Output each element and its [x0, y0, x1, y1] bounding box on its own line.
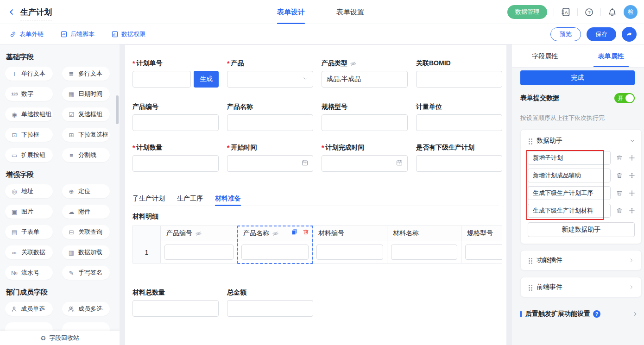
field-button-handwritten-signature[interactable]: ✎手写签名 [62, 266, 110, 280]
sub-spec-model-cell-input[interactable] [465, 245, 502, 260]
sidebar-scrollbar[interactable] [116, 95, 119, 124]
field-button-data-load[interactable]: ▥数据加载 [62, 245, 110, 259]
field-button-member-single[interactable]: 成员单选 [5, 302, 53, 316]
plan-finish-time-date-input[interactable]: 7 [322, 155, 408, 172]
delete-assistant-icon[interactable] [616, 172, 623, 179]
field-button-dropdown[interactable]: ⊡下拉框 [5, 128, 53, 142]
field-button-radio-group[interactable]: ◉单选按钮组 [5, 107, 53, 121]
field-button-address[interactable]: ◎地址 [5, 184, 53, 198]
generate-button[interactable]: 生成 [194, 71, 219, 88]
field-button-checkbox-group[interactable]: ☑复选框组 [62, 107, 110, 121]
data-assistant-item[interactable]: 新增计划成品辅助 [528, 169, 611, 182]
function-plugins-card[interactable]: 功能插件 [520, 250, 642, 270]
properties-tabs: 字段属性表单属性 [512, 44, 644, 68]
submit-data-toggle[interactable]: 开 [614, 93, 635, 103]
delete-assistant-icon[interactable] [616, 154, 623, 162]
detail-tab-production-process[interactable]: 生产工序 [177, 192, 203, 206]
move-assistant-icon[interactable] [628, 189, 636, 197]
data-manage-button[interactable]: 数据管理 [507, 5, 547, 19]
product-code-input[interactable] [133, 114, 219, 131]
backend-script-link[interactable]: 后端脚本 [60, 24, 95, 44]
field-button-datetime[interactable]: ▦日期时间 [62, 87, 110, 101]
subform-column-header-sub-product-code[interactable]: 产品编号 [161, 226, 238, 241]
dictionary-book-icon[interactable]: A [561, 7, 571, 17]
subform-column-header-sub-spec-model[interactable]: 规格型号 [461, 226, 502, 241]
spec-model-input[interactable] [322, 114, 408, 131]
sub-product-name-cell-input[interactable] [241, 245, 309, 260]
field-button-linked-data[interactable]: ∞关联数据 [5, 245, 53, 259]
detail-tab-sub-production-plan[interactable]: 子生产计划 [133, 192, 165, 206]
delete-assistant-icon[interactable] [616, 207, 623, 214]
has-sub-plan-input[interactable] [416, 155, 502, 172]
product-select[interactable] [227, 71, 313, 88]
data-permission-link[interactable]: 数据权限 [111, 24, 145, 44]
help-question-icon[interactable]: ? [593, 310, 600, 318]
field-button-multi-line-text[interactable]: ≣多行文本 [62, 67, 110, 81]
field-label: 计量单位 [416, 102, 502, 112]
props-tab-form-props[interactable]: 表单属性 [578, 44, 644, 67]
field-button-location[interactable]: ⊕定位 [62, 184, 110, 198]
chevron-down-icon[interactable] [629, 138, 636, 144]
chevron-right-icon[interactable] [628, 284, 635, 290]
post-trigger-settings-row[interactable]: 后置触发扩展功能设置 ? [520, 308, 638, 320]
help-icon[interactable]: ? [584, 7, 594, 17]
total-amount-input[interactable] [227, 300, 313, 317]
copy-icon[interactable] [290, 228, 298, 236]
user-avatar[interactable]: 检 [624, 5, 638, 19]
material-code-cell-input[interactable] [316, 245, 383, 260]
header-tab-form-settings[interactable]: 表单设置 [336, 0, 364, 24]
delete-assistant-icon[interactable] [616, 189, 623, 197]
field-button-attachment[interactable]: ☁附件 [62, 205, 110, 219]
bom-id-input[interactable] [416, 71, 502, 88]
drag-handle-icon[interactable] [528, 257, 532, 264]
detail-tab-material-preparation[interactable]: 材料准备 [215, 192, 241, 206]
subform-column-header-material-code[interactable]: 材料编号 [313, 226, 387, 241]
new-data-assistant-button[interactable]: 新建数据助手 [528, 222, 635, 237]
page-title[interactable]: 生产计划 [20, 7, 52, 20]
trash-icon[interactable] [302, 228, 309, 236]
done-button[interactable]: 完成 [520, 70, 635, 85]
drag-handle-icon[interactable] [528, 284, 532, 291]
field-button-multi-dropdown[interactable]: ⊞下拉复选框 [62, 128, 110, 142]
move-assistant-icon[interactable] [628, 154, 636, 162]
move-assistant-icon[interactable] [628, 207, 636, 214]
data-assistant-item[interactable]: 新增子计划 [528, 151, 611, 165]
data-assistant-item[interactable]: 生成下级生产计划工序 [528, 186, 611, 200]
plan-quantity-input[interactable] [133, 155, 219, 172]
props-tab-field-props[interactable]: 字段属性 [512, 44, 578, 67]
field-button-member-multi[interactable]: 成员多选 [62, 302, 110, 316]
field-button-extend-button[interactable]: ▭扩展按钮 [5, 148, 53, 162]
measure-unit-input[interactable] [416, 114, 502, 131]
notification-bell-icon[interactable] [607, 7, 617, 17]
product-type-input[interactable]: 成品,半成品 [322, 71, 408, 88]
field-button-linked-query[interactable]: ⊟关联查询 [62, 225, 110, 239]
sub-product-code-cell-input[interactable] [164, 245, 234, 260]
material-total-qty-input[interactable] [133, 300, 219, 317]
save-button[interactable]: 保存 [587, 27, 616, 41]
subform-column-header-material-name[interactable]: 材料名称 [387, 226, 461, 241]
product-name-input[interactable] [227, 114, 313, 131]
field-button-single-line-text[interactable]: T单行文本 [5, 67, 53, 81]
field-button-divider-line[interactable]: ≡分割线 [62, 148, 110, 162]
plan-number-input[interactable] [133, 71, 191, 88]
header-tab-form-design[interactable]: 表单设计 [277, 0, 305, 24]
field-button-number[interactable]: 123数字 [5, 87, 53, 101]
move-assistant-icon[interactable] [628, 172, 636, 179]
field-button-subform[interactable]: ▤子表单 [5, 225, 53, 239]
material-name-cell-input[interactable] [391, 245, 457, 260]
field-recycle-bin[interactable]: ♻ 字段回收站 [0, 331, 120, 345]
drag-handle-icon[interactable] [528, 138, 532, 144]
data-assistant-item[interactable]: 生成下级生产计划材料 [528, 204, 611, 218]
chevron-right-icon[interactable] [628, 257, 635, 263]
field-button-image[interactable]: ▣图片 [5, 205, 53, 219]
field-button-serial-number[interactable]: №流水号 [5, 266, 53, 280]
data-assistant-row: 新增子计划 [528, 151, 636, 165]
preview-button[interactable]: 预览 [550, 27, 581, 41]
frontend-events-card[interactable]: 前端事件 [520, 277, 642, 297]
sidebar-field-grid: ◎地址⊕定位▣图片☁附件▤子表单⊟关联查询∞关联数据▥数据加载№流水号✎手写签名 [0, 184, 120, 280]
data-assistant-header[interactable]: 数据助手 [528, 135, 636, 146]
share-button[interactable] [622, 27, 637, 42]
back-icon[interactable] [7, 8, 16, 16]
start-time-date-input[interactable]: 7 [227, 155, 313, 172]
form-external-link-link[interactable]: 表单外链 [9, 24, 44, 44]
